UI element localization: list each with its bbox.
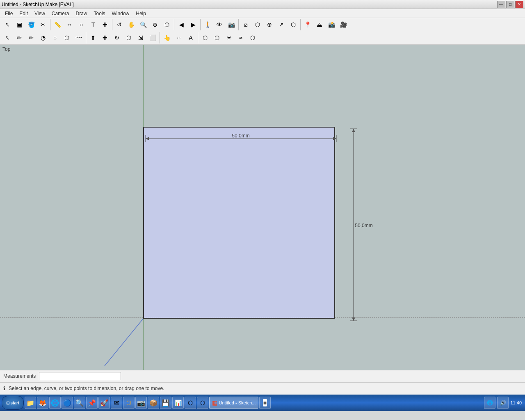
separator-4 (200, 19, 201, 30)
zoom-button[interactable]: 🔍 (137, 19, 149, 30)
previous-view-button[interactable]: ◀ (176, 19, 187, 30)
title-controls: — □ ✕ (497, 1, 523, 8)
move-button[interactable]: ✚ (99, 32, 111, 43)
dimension-button[interactable]: ↔ (64, 19, 75, 30)
interact-button[interactable]: 👆 (161, 32, 173, 43)
tray-volume[interactable]: 🔊 (497, 397, 509, 409)
protractor-button[interactable]: ○ (75, 19, 87, 30)
taskbar-app9[interactable]: 📊 (172, 397, 184, 409)
taskbar-app6[interactable]: 📷 (135, 397, 147, 409)
menu-view[interactable]: View (31, 10, 48, 17)
pan-button[interactable]: ✋ (126, 19, 137, 30)
zoom-extents-button[interactable]: ⬡ (161, 19, 173, 30)
taskbar-app12[interactable]: ■ (259, 397, 271, 409)
system-clock: 11:40 (510, 400, 522, 405)
axes-button[interactable]: ✚ (99, 19, 111, 30)
close-button[interactable]: ✕ (515, 1, 523, 8)
offset-button[interactable]: ⬜ (147, 32, 158, 43)
rotate-button[interactable]: ↻ (111, 32, 123, 43)
svg-marker-9 (352, 317, 355, 321)
svg-text:50,0mm: 50,0mm (232, 133, 249, 139)
circle-button[interactable]: ○ (49, 32, 61, 43)
status-bar: Measurements ℹ Select an edge, curve, or… (0, 370, 525, 395)
dimension-tool-button[interactable]: ↔ (173, 32, 185, 43)
separator-3 (174, 19, 174, 30)
pencil-button[interactable]: ✏ (25, 32, 37, 43)
push-pull-button[interactable]: ⬆ (87, 32, 99, 43)
svg-text:50,0mm: 50,0mm (355, 223, 372, 228)
info-icon: ℹ (3, 386, 5, 391)
arc-button[interactable]: ◔ (37, 32, 49, 43)
style-builder-button[interactable]: ⬡ (247, 32, 258, 43)
look-around-button[interactable]: 👁 (214, 19, 225, 30)
taskbar-ie[interactable]: 🌐 (49, 397, 61, 409)
menu-tools[interactable]: Tools (91, 10, 109, 17)
scenes-button[interactable]: ⬡ (211, 32, 223, 43)
walk-button[interactable]: 🚶 (202, 19, 213, 30)
separator-2 (112, 19, 112, 30)
layer-button[interactable]: ⬡ (199, 32, 211, 43)
follow-me-button[interactable]: ⬡ (123, 32, 135, 43)
taskbar-app1[interactable]: 🔍 (74, 397, 85, 409)
taskbar-app11[interactable]: ⬡ (197, 397, 208, 409)
measurements-label: Measurements (3, 373, 36, 379)
eraser-button[interactable]: ✂ (37, 19, 49, 30)
select-tool-button[interactable]: ↖ (2, 19, 13, 30)
make-component-button[interactable]: ▣ (14, 19, 25, 30)
svg-line-0 (105, 319, 143, 366)
tray-network[interactable]: 🌐 (484, 397, 495, 409)
menu-help[interactable]: Help (132, 10, 149, 17)
photo-match-button[interactable]: 📸 (326, 19, 337, 30)
taskbar-app7[interactable]: 📦 (148, 397, 159, 409)
maximize-button[interactable]: □ (506, 1, 514, 8)
taskbar-app10[interactable]: ⬡ (185, 397, 196, 409)
text-tool-button[interactable]: A (185, 32, 196, 43)
3dwarehouse-button[interactable]: ⬡ (288, 19, 299, 30)
canvas-area[interactable]: Top 50,0mm 50,0mm (0, 45, 525, 370)
menu-edit[interactable]: Edit (16, 10, 31, 17)
title-bar: Untitled - SketchUp Make [EVAL] — □ ✕ (0, 0, 525, 9)
taskbar-app8[interactable]: 💾 (160, 397, 171, 409)
share-model-button[interactable]: ↗ (276, 19, 287, 30)
toolbar-row2: ↖ ✏ ✏ ◔ ○ ⬡ 〰 ⬆ ✚ ↻ ⬡ ⇲ ⬜ 👆 ↔ A ⬡ ⬡ ☀ ≈ … (0, 31, 525, 44)
diagonal-axis-line (0, 45, 525, 370)
measurements-input[interactable] (39, 372, 121, 380)
taskbar-app2[interactable]: 📌 (86, 397, 98, 409)
taskbar-app4[interactable]: ✉ (111, 397, 122, 409)
next-view-button[interactable]: ▶ (187, 19, 199, 30)
separator-1 (50, 19, 50, 30)
zoom-window-button[interactable]: ⊕ (149, 19, 161, 30)
select-tool-button-2[interactable]: ↖ (2, 32, 13, 43)
taskbar-app3[interactable]: 🚀 (98, 397, 110, 409)
taskbar-firefox[interactable]: 🦊 (37, 397, 48, 409)
menu-draw[interactable]: Draw (73, 10, 91, 17)
scale-button[interactable]: ⇲ (135, 32, 146, 43)
freehand-button[interactable]: 〰 (73, 32, 84, 43)
polygon-button[interactable]: ⬡ (61, 32, 73, 43)
menu-file[interactable]: File (2, 10, 16, 17)
minimize-button[interactable]: — (497, 1, 505, 8)
shadows-button[interactable]: ☀ (223, 32, 235, 43)
orbit-button[interactable]: ↺ (114, 19, 125, 30)
horizontal-dimension: 50,0mm (123, 133, 361, 145)
fog-button[interactable]: ≈ (235, 32, 247, 43)
taskbar-app5[interactable]: ⬡ (123, 397, 135, 409)
add-location-button[interactable]: 📍 (302, 19, 313, 30)
ruby-console-button[interactable]: ⬡ (252, 19, 263, 30)
paint-bucket-button[interactable]: 🪣 (25, 19, 37, 30)
taskbar-chrome[interactable]: 🔵 (62, 397, 73, 409)
menu-window[interactable]: Window (109, 10, 133, 17)
get-models-button[interactable]: ⊕ (264, 19, 275, 30)
taskbar-explorer[interactable]: 📁 (25, 397, 36, 409)
taskbar-sketchup[interactable]: ▦ Untitled - Sketch... (209, 397, 258, 409)
tape-measure-button[interactable]: 📏 (52, 19, 63, 30)
position-camera-button[interactable]: 📷 (226, 19, 237, 30)
eraser-button-2[interactable]: ✏ (14, 32, 25, 43)
menu-camera[interactable]: Camera (48, 10, 73, 17)
menu-bar: File Edit View Camera Draw Tools Window … (0, 9, 525, 18)
advanced-camera-button[interactable]: 🎥 (338, 19, 349, 30)
toggle-terrain-button[interactable]: ⛰ (314, 19, 325, 30)
text-button[interactable]: T (87, 19, 99, 30)
section-plane-button[interactable]: ⧄ (240, 19, 251, 30)
start-button[interactable]: ⊞ start (2, 396, 24, 410)
